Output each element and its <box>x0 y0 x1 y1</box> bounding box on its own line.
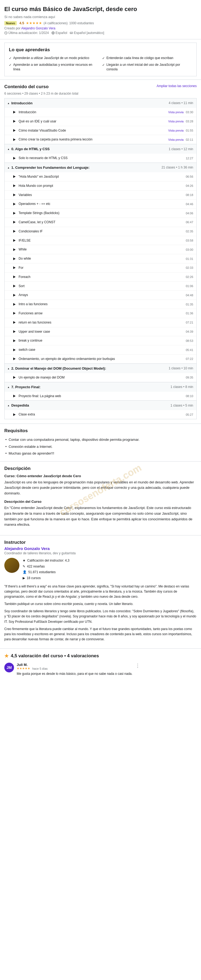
instructor-avatar <box>4 558 19 573</box>
desc-p1: JavaScript es uno de los lenguajes de pr… <box>4 480 197 496</box>
section-title-5: Despedida <box>11 403 168 407</box>
courses-icon: ▶ <box>23 575 25 581</box>
item-2-9: Do while01:31 <box>5 254 196 263</box>
stars-display: ★★★★★ <box>26 21 42 25</box>
item-2-18: break y continue08:53 <box>5 336 196 345</box>
v-icon <box>12 202 16 206</box>
v-icon <box>12 257 16 261</box>
stat-reviews: ✎ 422 reseñas <box>23 564 70 570</box>
video-icon-0-1 <box>12 119 16 124</box>
preview-link-0-0[interactable]: Vista previa <box>168 111 184 114</box>
learn-item-0: ✓ Aprenderán a utilizar JavaScript de un… <box>9 56 99 60</box>
video-icon-0-0 <box>12 110 16 114</box>
instructor-heading: Instructor <box>4 540 197 545</box>
item-1-0: Solo lo necesario de HTML y CSS 12:27 <box>5 154 196 162</box>
section-items-0: Introducción Vista previa 03:30 Qué es u… <box>5 108 196 144</box>
v-icon <box>12 357 16 361</box>
req-item-0: Contar con una computadora personal, lap… <box>4 436 197 443</box>
rating-num: 4.5 <box>19 21 24 25</box>
item-2-8: While03:00 <box>5 245 196 254</box>
v-icon <box>12 248 16 252</box>
v-icon <box>12 375 16 380</box>
v-icon <box>12 320 16 325</box>
item-2-11: Foreach02:26 <box>5 272 196 282</box>
review-meta-0: hace 5 días <box>32 667 48 670</box>
item-0-0: Introducción Vista previa 03:30 <box>5 108 196 117</box>
expand-all-link[interactable]: Ampliar todas las secciones <box>157 84 197 88</box>
badge-new: Nuevo <box>4 21 17 25</box>
accordion-header-4[interactable]: ▴ 7. Proyecto Final: 1 clases • 8 min <box>5 382 196 392</box>
preview-link-0-2[interactable]: Vista previa <box>168 129 184 132</box>
item-0-2: Cómo instalar VisualStudio Code Vista pr… <box>5 126 196 135</box>
bio-p3: Soy coordinador de talleres literarios y… <box>4 609 197 624</box>
ratings-heading: ★ 4,5 valoración del curso • 4 valoracio… <box>4 653 197 659</box>
instructor-link[interactable]: Alejandro Gonzalo Vera <box>21 26 55 30</box>
video-icon-0-2 <box>12 128 16 133</box>
desc-course-label: Curso: Cómo entender JavaScript desde Ce… <box>4 474 197 478</box>
accordion-header-5[interactable]: ▴ Despedida 1 clases • 5 min <box>5 401 196 410</box>
learn-item-1: ✓ Aprenderán a ser autodidactas y encont… <box>9 62 99 72</box>
item-2-3: Operadores + - == etc04:46 <box>5 199 196 208</box>
v-icon <box>12 302 16 307</box>
content-meta: 6 secciones • 29 clases • 2 h 23 m de du… <box>4 92 197 95</box>
video-icon-0-3 <box>12 137 16 142</box>
check-icon-0: ✓ <box>9 56 11 60</box>
item-2-15: Funciones arrow01:36 <box>5 309 196 318</box>
students-count: 1000 estudiantes <box>69 21 94 25</box>
content-heading: Contenido del curso <box>4 84 49 89</box>
language2-label: Español [automático] <box>70 31 104 35</box>
learn-heading: Lo que aprenderás <box>9 47 192 52</box>
item-2-12: Sort01:06 <box>5 282 196 291</box>
content-header: Contenido del curso Ampliar todas las se… <box>4 84 197 89</box>
desc-section-label: Descripción del Curso <box>4 500 197 504</box>
check-icon-3: ✓ <box>102 63 105 67</box>
item-2-0: "Hola Mundo" en JavaScript06:56 <box>5 172 196 181</box>
review-stars-0: ★★★★★ <box>17 667 30 670</box>
item-2-1: Hola Mundo con prompt04:26 <box>5 181 196 190</box>
section-title-4: 7. Proyecto Final: <box>11 385 168 389</box>
chevron-icon-5: ▴ <box>8 404 9 407</box>
ratings-heading-text: 4,5 valoración del curso • 4 valoracione… <box>11 653 99 659</box>
reviewer-name-0: Juli M. <box>17 663 133 667</box>
req-item-1: Conexión estable a Internet. <box>4 443 197 450</box>
item-3-0: Un ejemplo de manejo del DOM09:35 <box>5 373 196 382</box>
learn-section: Lo que aprenderás ✓ Aprenderán a utiliza… <box>4 43 197 76</box>
chevron-icon-3: ▴ <box>8 367 9 370</box>
requirements-heading: Requisitos <box>4 428 197 434</box>
preview-link-0-3[interactable]: Vista previa <box>168 138 184 141</box>
language-label: Español <box>51 31 67 35</box>
course-title: El curso más Básico de JavaScript, desde… <box>4 5 197 13</box>
section-items-3: Un ejemplo de manejo del DOM09:35 <box>5 373 196 382</box>
accordion-header-2[interactable]: ▴ 1. Comprender los Fundamentos del Leng… <box>5 163 196 172</box>
v-icon <box>12 348 16 352</box>
chevron-icon-2: ▴ <box>8 166 9 169</box>
course-header: El curso más Básico de JavaScript, desde… <box>0 0 201 39</box>
learn-item-2: ✓ Entenderán cada línea de código que es… <box>102 56 192 60</box>
req-item-2: Muchas ganas de aprender!!! <box>4 450 197 457</box>
accordion-section-0: ▴ Introducción 4 clases • 11 min Introdu… <box>5 99 196 144</box>
item-2-10: For02:33 <box>5 263 196 272</box>
requirements-list: Contar con una computadora personal, lap… <box>4 436 197 457</box>
desc-heading: Descripción <box>4 466 197 471</box>
review-more-button-0[interactable]: ⋮ <box>135 663 140 676</box>
v-icon <box>12 193 16 197</box>
bio-p4: Creo firmemente que la literatura puede … <box>4 627 197 642</box>
accordion-header-0[interactable]: ▴ Introducción 4 clases • 11 min <box>5 99 196 108</box>
section-title-0: Introducción <box>11 101 166 105</box>
item-2-4: Template Strings (Backticks)04:06 <box>5 208 196 218</box>
review-content-0: Juli M. ★★★★★ hace 5 días Me gusta porqu… <box>17 663 133 676</box>
v-icon <box>12 266 16 270</box>
item-0-1: Qué es un IDE y cuál usar Vista previa 0… <box>5 117 196 126</box>
instructor-role: Coordinador de talleres literarios, dev … <box>4 551 197 555</box>
v-icon <box>12 220 16 224</box>
item-2-2: Variables08:18 <box>5 190 196 199</box>
bio-p2: También publiqué un curso sobre cómo esc… <box>4 601 197 606</box>
rating-row: Nuevo 4.5 ★★★★★ (4 calificaciones) 1000 … <box>4 21 197 25</box>
preview-link-0-1[interactable]: Vista previa <box>168 120 184 123</box>
accordion-section-3: ▴ 2. Dominar el Manejo del DOM (Document… <box>5 364 196 382</box>
accordion-header-3[interactable]: ▴ 2. Dominar el Manejo del DOM (Document… <box>5 364 196 373</box>
accordion-header-1[interactable]: ▴ 0. Algo de HTML y CSS 1 clases • 12 mi… <box>5 144 196 154</box>
instructor-name[interactable]: Alejandro Gonzalo Vera <box>4 546 197 551</box>
v-icon <box>12 412 16 417</box>
v-icon <box>12 229 16 234</box>
